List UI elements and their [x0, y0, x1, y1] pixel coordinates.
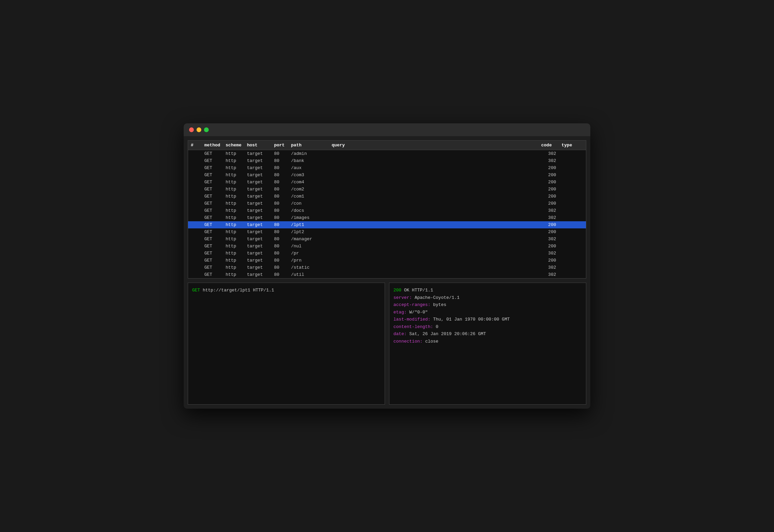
table-cell	[329, 236, 538, 243]
table-cell: http	[223, 264, 244, 271]
table-cell: target	[244, 193, 271, 200]
table-header-row: # method scheme host port path query cod…	[188, 141, 586, 150]
table-row[interactable]: GEThttptarget80/images302	[188, 214, 586, 221]
response-status-message: OK HTTP/1.1	[404, 288, 433, 293]
table-cell	[559, 243, 586, 250]
table-cell: http	[223, 243, 244, 250]
table-cell	[559, 157, 586, 164]
table-row[interactable]: GEThttptarget80/nul200	[188, 243, 586, 250]
table-cell: GET	[202, 228, 223, 236]
table-cell: GET	[202, 271, 223, 278]
table-row[interactable]: GEThttptarget80/lpt1200	[188, 221, 586, 228]
table-cell	[188, 221, 202, 228]
table-cell: http	[223, 193, 244, 200]
table-cell: GET	[202, 250, 223, 257]
response-header-value: Thu, 01 Jan 1970 00:00:00 GMT	[430, 317, 510, 322]
table-cell	[559, 200, 586, 207]
table-cell: target	[244, 257, 271, 264]
table-row[interactable]: GEThttptarget80/lpt2200	[188, 228, 586, 236]
response-header-line: server: Apache-Coyote/1.1	[393, 294, 582, 301]
table-cell	[329, 271, 538, 278]
table-cell: /con	[288, 200, 329, 207]
table-cell	[188, 150, 202, 158]
table-row[interactable]: GEThttptarget80/com3200	[188, 171, 586, 179]
table-row[interactable]: GEThttptarget80/docs302	[188, 207, 586, 214]
table-cell: http	[223, 157, 244, 164]
table-cell: /util	[288, 271, 329, 278]
response-header-key: accept-ranges:	[393, 302, 430, 307]
table-cell	[329, 228, 538, 236]
table-row[interactable]: GEThttptarget80/com4200	[188, 179, 586, 186]
main-window: # method scheme host port path query cod…	[184, 123, 590, 409]
table-row[interactable]: GEThttptarget80/com2200	[188, 186, 586, 193]
response-header-key: connection:	[393, 339, 423, 344]
table-cell: 302	[538, 150, 559, 158]
table-cell	[329, 150, 538, 158]
col-header-method: method	[202, 141, 223, 150]
table-cell	[188, 171, 202, 179]
table-row[interactable]: GEThttptarget80/util302	[188, 271, 586, 278]
table-cell	[188, 186, 202, 193]
table-cell: /static	[288, 264, 329, 271]
col-header-num: #	[188, 141, 202, 150]
table-cell: 80	[271, 150, 288, 158]
table-cell: http	[223, 257, 244, 264]
table-cell: 200	[538, 228, 559, 236]
table-cell: 80	[271, 179, 288, 186]
table-cell: 200	[538, 193, 559, 200]
table-cell: /com1	[288, 193, 329, 200]
table-row[interactable]: GEThttptarget80/bank302	[188, 157, 586, 164]
table-cell: 302	[538, 250, 559, 257]
response-header-key: server:	[393, 295, 412, 300]
table-cell: target	[244, 157, 271, 164]
table-cell: http	[223, 186, 244, 193]
table-cell: 80	[271, 193, 288, 200]
table-cell: http	[223, 250, 244, 257]
table-cell: 80	[271, 257, 288, 264]
table-cell	[559, 164, 586, 171]
table-cell: GET	[202, 264, 223, 271]
table-cell	[188, 236, 202, 243]
response-header-value: Apache-Coyote/1.1	[412, 295, 460, 300]
table-cell	[559, 171, 586, 179]
table-cell	[559, 150, 586, 158]
table-row[interactable]: GEThttptarget80/com1200	[188, 193, 586, 200]
table-row[interactable]: GEThttptarget80/admin302	[188, 150, 586, 158]
close-button[interactable]	[189, 127, 194, 132]
table-cell	[329, 164, 538, 171]
table-cell: 200	[538, 186, 559, 193]
response-header-line: connection: close	[393, 338, 582, 345]
table-row[interactable]: GEThttptarget80/prn200	[188, 257, 586, 264]
table-cell	[188, 250, 202, 257]
table-cell: target	[244, 200, 271, 207]
col-header-code: code	[538, 141, 559, 150]
table-cell	[188, 207, 202, 214]
table-cell: /nul	[288, 243, 329, 250]
table-row[interactable]: GEThttptarget80/static302	[188, 264, 586, 271]
table-cell: 200	[538, 171, 559, 179]
table-cell: http	[223, 221, 244, 228]
table-cell: GET	[202, 193, 223, 200]
bottom-panels: GET http://target/lpt1 HTTP/1.1 200 OK H…	[188, 283, 586, 405]
table-cell: /com4	[288, 179, 329, 186]
response-header-key: last-modified:	[393, 317, 430, 322]
table-cell: 80	[271, 221, 288, 228]
table-cell: target	[244, 264, 271, 271]
table-cell: /lpt1	[288, 221, 329, 228]
table-row[interactable]: GEThttptarget80/aux200	[188, 164, 586, 171]
maximize-button[interactable]	[204, 127, 209, 132]
table-row[interactable]: GEThttptarget80/manager302	[188, 236, 586, 243]
table-row[interactable]: GEThttptarget80/con200	[188, 200, 586, 207]
table-cell: 80	[271, 164, 288, 171]
table-cell	[188, 179, 202, 186]
request-method: GET	[192, 288, 200, 293]
table-cell	[329, 200, 538, 207]
minimize-button[interactable]	[197, 127, 201, 132]
response-header-key: etag:	[393, 310, 407, 315]
requests-table-section: # method scheme host port path query cod…	[188, 140, 586, 279]
table-cell	[329, 243, 538, 250]
table-cell: /prn	[288, 257, 329, 264]
table-row[interactable]: GEThttptarget80/pr302	[188, 250, 586, 257]
table-cell: target	[244, 186, 271, 193]
table-cell	[329, 221, 538, 228]
